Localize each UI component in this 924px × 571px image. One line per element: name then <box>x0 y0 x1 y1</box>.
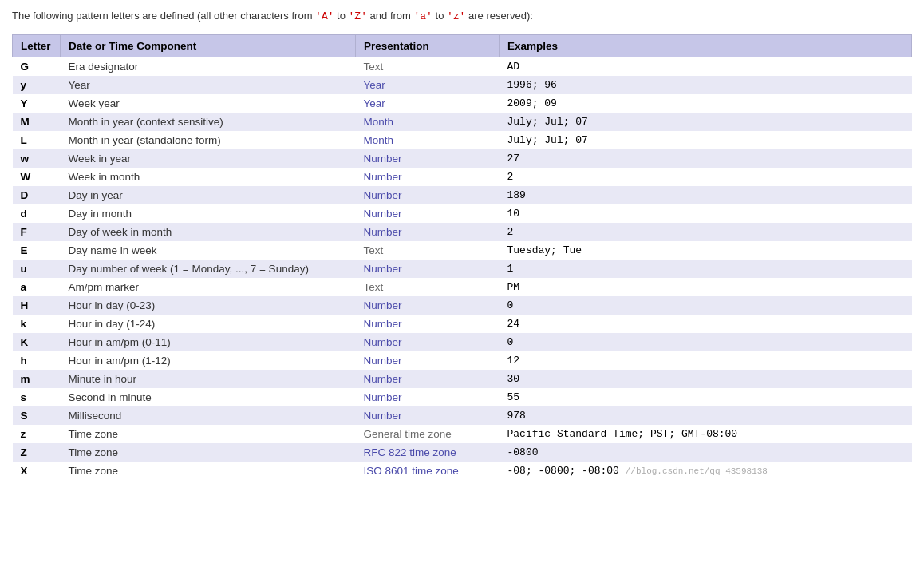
cell-presentation: Year <box>356 94 500 113</box>
cell-letter: G <box>13 57 61 76</box>
table-row: Y Week year Year 2009; 09 <box>13 94 912 113</box>
cell-component: Day number of week (1 = Monday, ..., 7 =… <box>61 260 356 278</box>
table-row: s Second in minute Number 55 <box>13 388 912 406</box>
code-Z: 'Z' <box>349 10 367 22</box>
cell-examples: 2009; 09 <box>500 94 912 113</box>
cell-component: Am/pm marker <box>61 278 356 296</box>
col-header-examples: Examples <box>500 34 912 57</box>
cell-examples: 27 <box>500 149 912 168</box>
col-header-letter: Letter <box>13 34 61 57</box>
code-A: 'A' <box>315 10 334 22</box>
cell-examples: AD <box>500 57 912 76</box>
table-row: H Hour in day (0-23) Number 0 <box>13 296 912 315</box>
cell-component: Time zone <box>61 443 356 462</box>
cell-component: Year <box>61 76 356 94</box>
cell-component: Time zone <box>61 462 356 480</box>
cell-letter: S <box>13 406 61 425</box>
cell-component: Month in year (standalone form) <box>61 131 356 149</box>
cell-examples: PM <box>500 278 912 296</box>
cell-letter: F <box>13 223 61 241</box>
cell-presentation: General time zone <box>356 425 500 443</box>
cell-examples: Pacific Standard Time; PST; GMT-08:00 <box>500 425 912 443</box>
cell-presentation: Year <box>356 76 500 94</box>
table-row: W Week in month Number 2 <box>13 168 912 186</box>
cell-examples: 1 <box>500 260 912 278</box>
cell-presentation: Number <box>356 406 500 425</box>
cell-presentation: Text <box>356 241 500 260</box>
cell-component: Hour in am/pm (1-12) <box>61 351 356 370</box>
table-row: k Hour in day (1-24) Number 24 <box>13 315 912 333</box>
cell-letter: a <box>13 278 61 296</box>
cell-examples: 2 <box>500 223 912 241</box>
cell-letter: d <box>13 204 61 223</box>
cell-component: Day in year <box>61 186 356 204</box>
code-z: 'z' <box>447 10 465 22</box>
table-row: G Era designator Text AD <box>13 57 912 76</box>
table-row: E Day name in week Text Tuesday; Tue <box>13 241 912 260</box>
cell-letter: W <box>13 168 61 186</box>
cell-examples: 0 <box>500 296 912 315</box>
cell-letter: k <box>13 315 61 333</box>
cell-examples: 24 <box>500 315 912 333</box>
cell-letter: D <box>13 186 61 204</box>
cell-component: Hour in day (0-23) <box>61 296 356 315</box>
cell-letter: L <box>13 131 61 149</box>
cell-letter: w <box>13 149 61 168</box>
table-row: M Month in year (context sensitive) Mont… <box>13 113 912 131</box>
cell-letter: u <box>13 260 61 278</box>
cell-letter: X <box>13 462 61 480</box>
cell-component: Era designator <box>61 57 356 76</box>
cell-presentation: Number <box>356 186 500 204</box>
table-row: F Day of week in month Number 2 <box>13 223 912 241</box>
cell-letter: h <box>13 351 61 370</box>
table-row: u Day number of week (1 = Monday, ..., 7… <box>13 260 912 278</box>
cell-letter: m <box>13 370 61 388</box>
cell-component: Minute in hour <box>61 370 356 388</box>
cell-examples: -0800 <box>500 443 912 462</box>
cell-examples: July; Jul; 07 <box>500 113 912 131</box>
cell-letter: Z <box>13 443 61 462</box>
cell-letter: Y <box>13 94 61 113</box>
cell-component: Day of week in month <box>61 223 356 241</box>
cell-examples: 1996; 96 <box>500 76 912 94</box>
table-row: m Minute in hour Number 30 <box>13 370 912 388</box>
cell-component: Week year <box>61 94 356 113</box>
cell-component: Week in year <box>61 149 356 168</box>
cell-component: Day in month <box>61 204 356 223</box>
table-row: a Am/pm marker Text PM <box>13 278 912 296</box>
cell-presentation: ISO 8601 time zone <box>356 462 500 480</box>
cell-examples: Tuesday; Tue <box>500 241 912 260</box>
cell-examples: 30 <box>500 370 912 388</box>
cell-letter: z <box>13 425 61 443</box>
table-row: w Week in year Number 27 <box>13 149 912 168</box>
cell-presentation: Number <box>356 333 500 351</box>
cell-component: Month in year (context sensitive) <box>61 113 356 131</box>
cell-presentation: Number <box>356 260 500 278</box>
table-row: z Time zone General time zone Pacific St… <box>13 425 912 443</box>
watermark-text: //blog.csdn.net/qq_43598138 <box>626 466 768 476</box>
cell-component: Second in minute <box>61 388 356 406</box>
table-row: d Day in month Number 10 <box>13 204 912 223</box>
intro-paragraph: The following pattern letters are define… <box>12 8 912 25</box>
cell-examples: 10 <box>500 204 912 223</box>
cell-letter: y <box>13 76 61 94</box>
table-row: X Time zone ISO 8601 time zone -08; -080… <box>13 462 912 480</box>
col-header-presentation: Presentation <box>356 34 500 57</box>
cell-component: Week in month <box>61 168 356 186</box>
cell-presentation: Number <box>356 296 500 315</box>
cell-presentation: Month <box>356 131 500 149</box>
cell-examples: 0 <box>500 333 912 351</box>
cell-presentation: Number <box>356 204 500 223</box>
table-row: h Hour in am/pm (1-12) Number 12 <box>13 351 912 370</box>
cell-presentation: Text <box>356 57 500 76</box>
cell-presentation: Number <box>356 223 500 241</box>
cell-component: Time zone <box>61 425 356 443</box>
cell-presentation: Number <box>356 149 500 168</box>
cell-presentation: RFC 822 time zone <box>356 443 500 462</box>
cell-letter: s <box>13 388 61 406</box>
cell-presentation: Number <box>356 351 500 370</box>
pattern-table: Letter Date or Time Component Presentati… <box>12 34 912 480</box>
cell-examples: -08; -0800; -08:00 //blog.csdn.net/qq_43… <box>500 462 912 480</box>
cell-examples: 12 <box>500 351 912 370</box>
table-row: Z Time zone RFC 822 time zone -0800 <box>13 443 912 462</box>
